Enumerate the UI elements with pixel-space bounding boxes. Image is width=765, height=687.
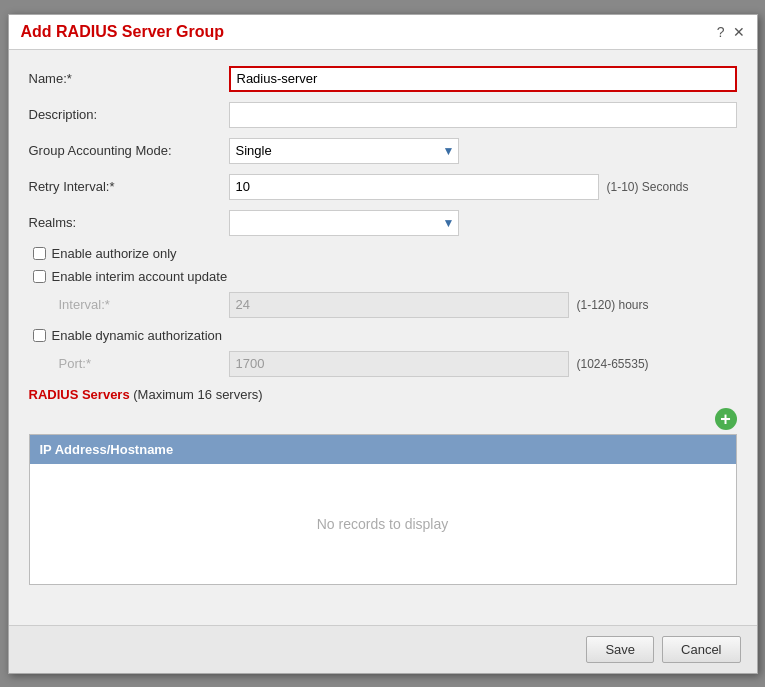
port-field-wrapper: (1024-65535) [229, 351, 737, 377]
table-header-ip-address: IP Address/Hostname [30, 435, 736, 464]
group-accounting-mode-select-wrapper: Single Multiple ▼ [229, 138, 459, 164]
cancel-button[interactable]: Cancel [662, 636, 740, 663]
enable-interim-account-update-row: Enable interim account update [29, 269, 737, 284]
group-accounting-mode-select[interactable]: Single Multiple [229, 138, 459, 164]
radius-servers-header: RADIUS Servers (Maximum 16 servers) [29, 387, 737, 402]
dialog-footer: Save Cancel [9, 625, 757, 673]
enable-authorize-only-row: Enable authorize only [29, 246, 737, 261]
retry-interval-field-wrapper: (1-10) Seconds [229, 174, 737, 200]
help-icon[interactable]: ? [717, 24, 725, 40]
realms-select-wrapper: ▼ [229, 210, 459, 236]
dialog-body: Name:* Description: Group Accounting Mod… [9, 50, 757, 625]
retry-interval-row: Retry Interval:* (1-10) Seconds [29, 174, 737, 200]
close-icon[interactable]: ✕ [733, 24, 745, 40]
interval-field-wrapper: (1-120) hours [229, 292, 737, 318]
interval-label: Interval:* [59, 297, 229, 312]
interval-row: Interval:* (1-120) hours [29, 292, 737, 318]
name-input[interactable] [229, 66, 737, 92]
group-accounting-mode-wrapper: Single Multiple ▼ [229, 138, 737, 164]
port-input[interactable] [229, 351, 569, 377]
radius-servers-subtitle: (Maximum 16 servers) [133, 387, 262, 402]
enable-authorize-only-checkbox[interactable] [33, 247, 46, 260]
retry-interval-label: Retry Interval:* [29, 179, 229, 194]
group-accounting-mode-label: Group Accounting Mode: [29, 143, 229, 158]
port-hint: (1024-65535) [577, 357, 649, 371]
enable-dynamic-authorization-row: Enable dynamic authorization [29, 328, 737, 343]
port-label: Port:* [59, 356, 229, 371]
enable-interim-account-update-checkbox[interactable] [33, 270, 46, 283]
dialog-title: Add RADIUS Server Group [21, 23, 225, 41]
realms-select-wrapper-outer: ▼ [229, 210, 737, 236]
enable-authorize-only-label: Enable authorize only [52, 246, 177, 261]
description-label: Description: [29, 107, 229, 122]
description-row: Description: [29, 102, 737, 128]
realms-row: Realms: ▼ [29, 210, 737, 236]
port-row: Port:* (1024-65535) [29, 351, 737, 377]
table-body: No records to display [30, 464, 736, 584]
name-field-wrapper [229, 66, 737, 92]
dialog-titlebar: Add RADIUS Server Group ? ✕ [9, 15, 757, 50]
interval-input[interactable] [229, 292, 569, 318]
description-input[interactable] [229, 102, 737, 128]
group-accounting-mode-row: Group Accounting Mode: Single Multiple ▼ [29, 138, 737, 164]
no-records-text: No records to display [317, 516, 449, 532]
realms-select[interactable] [229, 210, 459, 236]
add-radius-server-button[interactable]: + [715, 408, 737, 430]
add-radius-server-group-dialog: Add RADIUS Server Group ? ✕ Name:* Descr… [8, 14, 758, 674]
name-label: Name:* [29, 71, 229, 86]
enable-dynamic-authorization-label: Enable dynamic authorization [52, 328, 223, 343]
radius-servers-table: IP Address/Hostname No records to displa… [29, 434, 737, 585]
interval-hint: (1-120) hours [577, 298, 649, 312]
add-button-row: + [29, 408, 737, 430]
titlebar-icons: ? ✕ [717, 24, 745, 40]
enable-dynamic-authorization-checkbox[interactable] [33, 329, 46, 342]
realms-label: Realms: [29, 215, 229, 230]
name-row: Name:* [29, 66, 737, 92]
save-button[interactable]: Save [586, 636, 654, 663]
retry-interval-hint: (1-10) Seconds [607, 180, 689, 194]
description-field-wrapper [229, 102, 737, 128]
enable-interim-account-update-label: Enable interim account update [52, 269, 228, 284]
retry-interval-input[interactable] [229, 174, 599, 200]
radius-servers-title: RADIUS Servers [29, 387, 130, 402]
